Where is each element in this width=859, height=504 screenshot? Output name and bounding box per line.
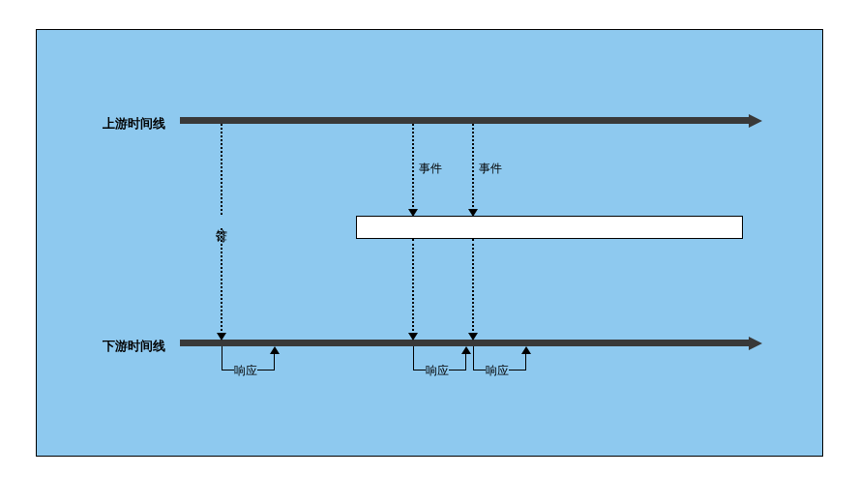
event2-label: 事件 (479, 161, 502, 177)
event1-label: 事件 (419, 161, 442, 177)
event1-bottom-dashed-line (412, 239, 414, 339)
downstream-timeline-bar (180, 340, 751, 346)
response3-arrowhead-up-icon (521, 346, 531, 354)
event1-top-arrowhead-down-icon (408, 209, 418, 217)
response1-arrowhead-up-icon (270, 346, 280, 354)
response1-conn-vright (274, 354, 275, 371)
response1-conn-vleft (222, 346, 222, 370)
response1-label: 响应 (234, 363, 257, 379)
event2-bottom-dashed-line (472, 239, 474, 339)
downstream-timeline-arrowhead (749, 337, 762, 350)
subscribe-arrowhead-down-icon (217, 333, 226, 341)
upstream-timeline-label: 上游时间线 (103, 115, 165, 133)
diagram-canvas: 上游时间线 下游时间线 签订 事件 事件 响应 (0, 0, 859, 504)
response2-conn-vleft (413, 346, 414, 370)
response2-arrowhead-up-icon (461, 346, 471, 354)
response3-conn-vleft (473, 346, 474, 370)
response3-label: 响应 (486, 363, 509, 379)
event1-top-dashed-line (412, 124, 414, 215)
subscribe-label: 签订 (213, 216, 229, 227)
event2-bottom-arrowhead-down-icon (468, 333, 478, 341)
response2-conn-vright (465, 354, 466, 371)
diagram-panel: 上游时间线 下游时间线 签订 事件 事件 响应 (36, 29, 823, 457)
response3-conn-vright (525, 354, 526, 371)
upstream-timeline-bar (180, 117, 751, 124)
event2-top-dashed-line (472, 124, 474, 215)
event1-bottom-arrowhead-down-icon (408, 333, 418, 341)
operator-box (356, 216, 743, 239)
response2-label: 响应 (426, 363, 449, 379)
subscribe-dashed-line (221, 124, 222, 339)
event2-top-arrowhead-down-icon (468, 209, 478, 217)
downstream-timeline-label: 下游时间线 (103, 338, 165, 355)
upstream-timeline-arrowhead (749, 114, 762, 128)
